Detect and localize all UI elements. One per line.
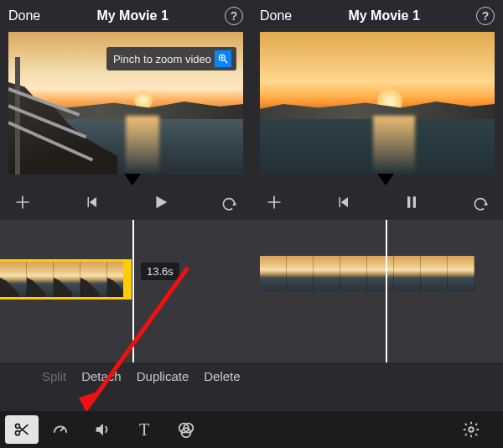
duplicate-action[interactable]: Duplicate xyxy=(137,369,189,383)
speed-tool[interactable] xyxy=(40,415,80,444)
scissors-tool[interactable] xyxy=(5,415,39,444)
editor-panel-right: Done My Movie 1 ? xyxy=(252,0,503,448)
zoom-hint-label: Pinch to zoom video xyxy=(113,53,211,65)
clip-action-menu: Split Detach Duplicate Delete xyxy=(42,363,252,388)
svg-line-1 xyxy=(225,60,228,64)
playhead-marker-icon xyxy=(377,174,394,185)
timeline[interactable] xyxy=(252,220,503,362)
video-preview[interactable] xyxy=(260,32,495,175)
settings-button[interactable] xyxy=(451,415,491,444)
add-media-button[interactable] xyxy=(263,194,285,211)
skip-back-button[interactable] xyxy=(80,195,102,210)
transport-bar xyxy=(252,186,503,218)
bottom-toolbar xyxy=(252,411,503,448)
filters-tool[interactable] xyxy=(166,415,206,444)
title-tool[interactable]: T xyxy=(124,415,164,444)
skip-back-button[interactable] xyxy=(332,195,354,210)
undo-button[interactable] xyxy=(218,194,240,211)
svg-line-10 xyxy=(60,427,65,431)
delete-action[interactable]: Delete xyxy=(204,369,240,383)
transport-bar xyxy=(0,186,252,218)
timeline[interactable] xyxy=(0,220,252,362)
help-button[interactable]: ? xyxy=(476,7,495,25)
svg-point-14 xyxy=(469,427,474,432)
clip-duration-badge: 13.6s xyxy=(141,263,179,280)
playhead[interactable] xyxy=(386,220,387,362)
zoom-in-icon[interactable] xyxy=(215,50,231,67)
detach-action[interactable]: Detach xyxy=(81,369,122,383)
play-button[interactable] xyxy=(149,193,171,211)
playhead[interactable] xyxy=(132,220,134,362)
volume-tool[interactable] xyxy=(82,415,122,444)
playhead-marker-icon xyxy=(124,174,141,185)
video-preview[interactable]: Pinch to zoom video xyxy=(8,32,243,175)
project-title: My Movie 1 xyxy=(96,8,168,23)
timeline-clip[interactable] xyxy=(0,259,132,300)
undo-button[interactable] xyxy=(469,194,491,211)
project-title: My Movie 1 xyxy=(348,8,419,23)
help-button[interactable]: ? xyxy=(225,7,243,25)
bottom-toolbar: T xyxy=(0,411,252,448)
top-bar: Done My Movie 1 ? xyxy=(252,0,503,32)
editor-panel-left: Done My Movie 1 ? Pinch to zoom video xyxy=(0,0,252,448)
split-action[interactable]: Split xyxy=(42,369,66,383)
done-button[interactable]: Done xyxy=(260,8,292,23)
top-bar: Done My Movie 1 ? xyxy=(0,0,252,32)
svg-marker-5 xyxy=(79,391,100,410)
zoom-hint: Pinch to zoom video xyxy=(106,47,236,70)
timeline-clip[interactable] xyxy=(260,253,478,294)
done-button[interactable]: Done xyxy=(8,8,40,23)
add-media-button[interactable] xyxy=(12,194,34,211)
pause-button[interactable] xyxy=(401,194,423,211)
